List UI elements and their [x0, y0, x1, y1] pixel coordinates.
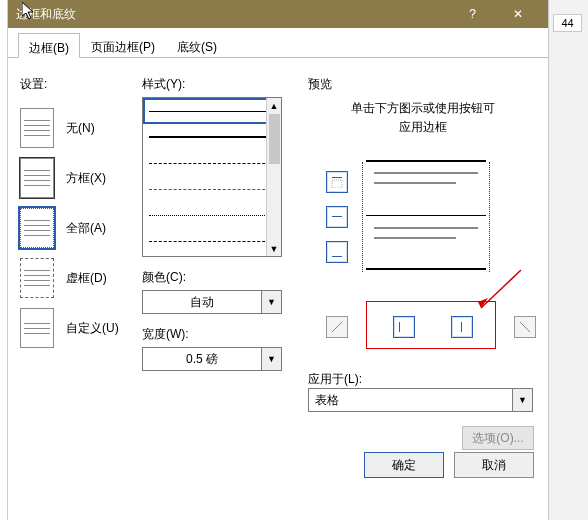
close-button[interactable]: ✕ [495, 0, 540, 28]
setting-all[interactable]: 全部(A) [20, 203, 132, 253]
options-button: 选项(O)... [462, 426, 534, 450]
diag1-icon [331, 321, 343, 333]
setting-custom-icon [20, 308, 54, 348]
right-ruler: 44 [548, 0, 588, 520]
setting-custom-label: 自定义(U) [66, 320, 119, 337]
preview-hint-line1: 单击下方图示或使用按钮可 [351, 101, 495, 115]
svg-rect-3 [332, 256, 342, 257]
tab-border-label: 边框(B) [29, 41, 69, 55]
svg-line-4 [332, 322, 342, 332]
dialog-body: 设置: 无(N) 方框(X) 全部(A) 虚框(D) [8, 58, 548, 488]
setting-none[interactable]: 无(N) [20, 103, 132, 153]
settings-column: 设置: 无(N) 方框(X) 全部(A) 虚框(D) [20, 76, 132, 353]
apply-to-label: 应用于(L): [308, 371, 538, 388]
setting-custom[interactable]: 自定义(U) [20, 303, 132, 353]
preview-label: 预览 [308, 76, 538, 93]
setting-none-icon [20, 108, 54, 148]
tab-page-border-label: 页面边框(P) [91, 40, 155, 54]
cancel-label: 取消 [482, 457, 506, 474]
diag2-icon [519, 321, 531, 333]
dialog-title: 边框和底纹 [16, 6, 450, 23]
setting-box[interactable]: 方框(X) [20, 153, 132, 203]
color-dropdown-icon: ▼ [261, 291, 281, 313]
ok-label: 确定 [392, 457, 416, 474]
ruler-number: 44 [553, 14, 582, 32]
options-label: 选项(O)... [472, 431, 523, 445]
setting-grid-label: 虚框(D) [66, 270, 107, 287]
cancel-button[interactable]: 取消 [454, 452, 534, 478]
ok-button[interactable]: 确定 [364, 452, 444, 478]
scroll-up-icon[interactable]: ▲ [267, 98, 281, 113]
titlebar: 边框和底纹 ? ✕ [8, 0, 548, 28]
style-option-4[interactable] [143, 176, 281, 202]
setting-all-icon [20, 208, 54, 248]
preview-hint: 单击下方图示或使用按钮可 应用边框 [308, 99, 538, 137]
preview-diagram[interactable] [366, 160, 486, 270]
preview-column: 预览 单击下方图示或使用按钮可 应用边框 [308, 76, 538, 147]
apply-to-value: 表格 [309, 392, 512, 409]
border-top-button[interactable] [326, 171, 348, 193]
style-option-1[interactable] [143, 98, 281, 124]
style-scrollbar[interactable]: ▲ ▼ [266, 98, 281, 256]
style-label: 样式(Y): [142, 76, 297, 93]
style-option-6[interactable] [143, 228, 281, 254]
help-icon: ? [469, 7, 476, 21]
svg-line-8 [481, 270, 521, 308]
color-combo[interactable]: 自动 ▼ [142, 290, 282, 314]
svg-line-7 [520, 322, 530, 332]
width-label: 宽度(W): [142, 326, 297, 343]
border-hmid-icon [331, 211, 343, 223]
border-diag2-button[interactable] [514, 316, 536, 338]
style-column: 样式(Y): ▲ ▼ 颜色(C): 自动 ▼ 宽度(W): 0.5 磅 [142, 76, 297, 371]
apply-to-combo[interactable]: 表格 ▼ [308, 388, 533, 412]
setting-all-label: 全部(A) [66, 220, 106, 237]
apply-to-group: 应用于(L): 表格 ▼ [308, 371, 538, 412]
tab-shading-label: 底纹(S) [177, 40, 217, 54]
scroll-thumb[interactable] [269, 114, 280, 164]
svg-rect-2 [332, 216, 342, 217]
left-gutter [0, 0, 8, 520]
style-option-5[interactable] [143, 202, 281, 228]
help-button[interactable]: ? [450, 0, 495, 28]
style-listbox[interactable]: ▲ ▼ [142, 97, 282, 257]
close-icon: ✕ [513, 7, 523, 21]
setting-grid[interactable]: 虚框(D) [20, 253, 132, 303]
tab-shading[interactable]: 底纹(S) [166, 32, 228, 57]
setting-box-label: 方框(X) [66, 170, 106, 187]
svg-rect-0 [332, 177, 342, 178]
width-dropdown-icon: ▼ [261, 348, 281, 370]
setting-grid-icon [20, 258, 54, 298]
style-option-2[interactable] [143, 124, 281, 150]
tab-border[interactable]: 边框(B) [18, 33, 80, 58]
border-top-icon [331, 176, 343, 188]
preview-hint-line2: 应用边框 [399, 120, 447, 134]
dialog-button-row: 确定 取消 [364, 452, 534, 478]
settings-label: 设置: [20, 76, 132, 93]
color-value: 自动 [143, 294, 261, 311]
style-option-3[interactable] [143, 150, 281, 176]
border-hmid-button[interactable] [326, 206, 348, 228]
tab-strip: 边框(B) 页面边框(P) 底纹(S) [8, 28, 548, 58]
tab-page-border[interactable]: 页面边框(P) [80, 32, 166, 57]
width-combo[interactable]: 0.5 磅 ▼ [142, 347, 282, 371]
apply-to-dropdown-icon: ▼ [512, 389, 532, 411]
border-bottom-icon [331, 246, 343, 258]
width-value: 0.5 磅 [143, 351, 261, 368]
scroll-down-icon[interactable]: ▼ [267, 241, 281, 256]
red-arrow-icon [476, 268, 526, 313]
color-label: 颜色(C): [142, 269, 297, 286]
border-diag1-button[interactable] [326, 316, 348, 338]
setting-none-label: 无(N) [66, 120, 95, 137]
setting-box-icon [20, 158, 54, 198]
svg-rect-1 [332, 180, 342, 188]
border-bottom-button[interactable] [326, 241, 348, 263]
